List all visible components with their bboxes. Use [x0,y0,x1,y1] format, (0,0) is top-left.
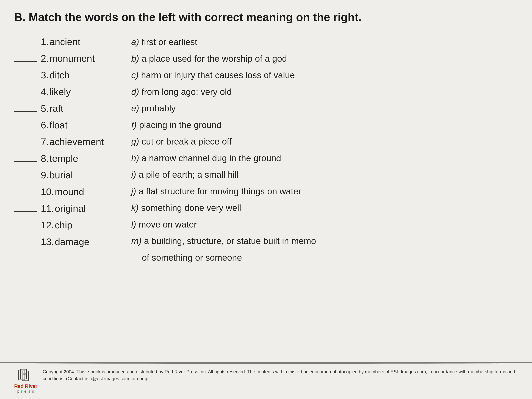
meaning-text: from long ago; very old [141,87,232,97]
meaning-text: a building, structure, or statue built i… [144,236,316,246]
answer-blank [14,178,37,178]
word-label: raft [50,103,63,114]
item-number: 9. [41,170,49,181]
meaning-letter: h) [131,153,139,163]
list-item: 10. mound [14,186,117,197]
item-number: 7. [41,136,49,147]
meaning-letter: e) [131,103,139,113]
item-number: 10. [41,186,54,197]
item-number: 2. [41,53,49,64]
content-area: 1. ancient 2. monument 3. ditch 4. likel… [14,36,518,268]
word-label: achievement [50,136,104,147]
list-item: 13. damage [14,236,117,247]
answer-blank [14,61,37,62]
list-item: 9. burial [14,170,117,181]
list-item: 4. likely [14,86,117,97]
answer-blank [14,228,37,228]
meaning-text: cut or break a piece off [141,137,232,146]
meaning-item: c) harm or injury that causes loss of va… [131,69,518,81]
word-label: ancient [50,36,80,47]
word-label: burial [50,170,73,181]
meaning-text: a flat structure for moving things on wa… [139,186,301,196]
list-item: 5. raft [14,103,117,114]
item-number: 12. [41,220,54,231]
worksheet-page: B. Match the words on the left with corr… [0,0,532,399]
meaning-text: something done very well [141,203,241,213]
word-label: damage [55,236,89,247]
meaning-text: probably [141,103,176,113]
section-title: B. Match the words on the left with corr… [14,11,518,24]
red-river-press-icon [18,368,34,382]
meaning-letter: d) [131,87,139,97]
svg-rect-0 [19,370,25,380]
meaning-item: a) first or earliest [131,36,518,48]
list-item: 1. ancient [14,36,117,47]
meaning-item: b) a place used for the worship of a god [131,53,518,65]
meaning-item: m) a building, structure, or statue buil… [131,235,518,247]
word-label: ditch [50,70,70,81]
meaning-text: move on water [139,220,197,229]
meaning-text: placing in the ground [139,120,221,130]
meaning-item: i) a pile of earth; a small hill [131,169,518,181]
svg-rect-1 [20,369,27,379]
meaning-letter: m) [131,236,141,246]
answer-blank [14,78,37,78]
list-item: 3. ditch [14,70,117,81]
meaning-continuation: of something or someone [131,252,518,264]
meaning-item: h) a narrow channel dug in the ground [131,152,518,165]
list-item: 7. achievement [14,136,117,147]
footer-content: Red River p r e s s Copyright 2004. This… [14,368,518,394]
meaning-letter: b) [131,54,139,64]
meaning-item: d) from long ago; very old [131,86,518,98]
answer-blank [14,111,37,112]
item-number: 8. [41,153,49,164]
meaning-item: k) something done very well [131,202,518,214]
meaning-letter: i) [131,170,136,180]
meaning-text: a narrow channel dug in the ground [141,153,281,163]
meaning-letter: a) [131,37,139,47]
answer-blank [14,245,37,245]
answer-blank [14,195,37,195]
meaning-text: a pile of earth; a small hill [139,170,239,180]
footer-logo: Red River p r e s s [14,368,38,394]
meaning-item: e) probably [131,102,518,114]
logo-subtext-text: p r e s s [17,389,34,394]
answer-blank [14,45,37,45]
answer-blank [14,95,37,95]
item-number: 11. [41,203,54,214]
meaning-item: g) cut or break a piece off [131,136,518,148]
word-label: likely [50,86,71,97]
meanings-column: a) first or earliest b) a place used for… [117,36,518,268]
meaning-item: l) move on water [131,219,518,231]
list-item: 12. chip [14,220,117,231]
list-item: 6. float [14,120,117,131]
item-number: 3. [41,70,49,81]
answer-blank [14,161,37,162]
logo-name-text: Red River [14,383,38,389]
footer: Red River p r e s s Copyright 2004. This… [0,362,532,399]
answer-blank [14,128,37,128]
word-label: float [50,120,68,131]
words-column: 1. ancient 2. monument 3. ditch 4. likel… [14,36,117,268]
meaning-letter: c) [131,70,139,80]
word-label: chip [55,220,72,231]
item-number: 1. [41,36,49,47]
copyright-text: Copyright 2004. This e-book is produced … [43,368,518,382]
word-label: mound [55,186,84,197]
word-label: temple [50,153,78,164]
meaning-text: a place used for the worship of a god [141,54,287,64]
word-label: original [55,203,86,214]
meaning-letter: l) [131,220,136,229]
item-number: 13. [41,236,54,247]
list-item: 11. original [14,203,117,214]
item-number: 6. [41,120,49,131]
item-number: 5. [41,103,49,114]
meaning-letter: g) [131,137,139,146]
answer-blank [14,145,37,145]
meaning-item: f) placing in the ground [131,119,518,131]
list-item: 8. temple [14,153,117,164]
list-item: 2. monument [14,53,117,64]
word-label: monument [50,53,95,64]
answer-blank [14,211,37,212]
meaning-text: first or earliest [141,37,197,47]
